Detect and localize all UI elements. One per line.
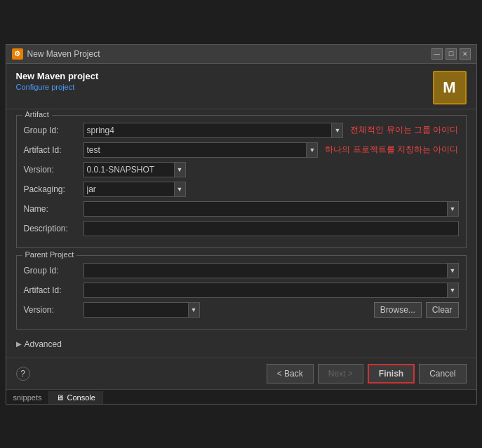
help-button[interactable]: ? (16, 367, 30, 381)
version-label: Version: (24, 165, 83, 175)
clear-button[interactable]: Clear (426, 302, 459, 318)
page-title: New Maven project (16, 71, 99, 81)
back-button[interactable]: < Back (267, 364, 314, 383)
artifact-version-input[interactable] (83, 162, 175, 177)
artifactid-annotation: 하나의 프로젝트를 지칭하는 아이디 (325, 144, 458, 156)
artifact-description-input[interactable] (83, 221, 459, 236)
snippets-label: snippets (13, 393, 42, 402)
artifact-groupid-input[interactable] (83, 123, 333, 138)
parent-version-input[interactable] (83, 302, 189, 318)
finish-button[interactable]: Finish (368, 364, 415, 383)
minimize-button[interactable]: — (431, 48, 443, 60)
advanced-triangle: ▶ (16, 340, 22, 348)
parent-project-section: Parent Project Group Id: ▼ Artifact Id: … (16, 255, 467, 330)
snippets-tab[interactable]: snippets (6, 391, 50, 404)
parent-groupid-label: Group Id: (24, 266, 83, 276)
artifact-name-input[interactable] (83, 201, 448, 217)
close-button[interactable]: ✕ (460, 48, 471, 60)
advanced-label: Advanced (25, 339, 62, 349)
dialog-icon: ⚙ (12, 48, 23, 60)
artifact-packaging-input[interactable] (83, 182, 175, 197)
parent-groupid-input[interactable] (83, 263, 448, 278)
browse-button[interactable]: Browse... (374, 302, 422, 318)
maximize-button[interactable]: ☐ (446, 48, 457, 60)
description-label: Description: (24, 224, 83, 233)
cancel-button[interactable]: Cancel (419, 364, 466, 383)
artifact-packaging-dropdown[interactable]: ▼ (175, 182, 186, 197)
page-subtitle: Configure project (16, 83, 99, 91)
packaging-label: Packaging: (24, 184, 83, 194)
artifact-groupid-dropdown[interactable]: ▼ (332, 123, 343, 138)
artifact-artifactid-input[interactable] (83, 142, 307, 158)
console-label: Console (67, 393, 95, 402)
next-button[interactable]: Next > (318, 364, 363, 383)
artifactid-label: Artifact Id: (24, 145, 83, 155)
name-label: Name: (24, 204, 83, 214)
console-tab[interactable]: 🖥 Console (49, 391, 102, 404)
parent-version-label: Version: (24, 305, 83, 315)
parent-artifactid-input[interactable] (83, 283, 448, 298)
parent-artifactid-dropdown[interactable]: ▼ (448, 283, 459, 298)
artifact-version-dropdown[interactable]: ▼ (175, 162, 186, 177)
maven-icon: M (433, 71, 467, 104)
artifact-legend: Artifact (22, 110, 52, 118)
parent-version-dropdown[interactable]: ▼ (189, 302, 200, 318)
groupid-label: Group Id: (24, 125, 83, 135)
artifact-section: Artifact Group Id: ▼ 전체적인 뮤이는 그룹 아이디 Art… (16, 115, 467, 248)
artifact-artifactid-dropdown[interactable]: ▼ (307, 142, 318, 158)
parent-legend: Parent Project (22, 250, 77, 259)
dialog-title: New Maven Project (27, 49, 100, 59)
groupid-annotation: 전체적인 뮤이는 그룹 아이디 (350, 124, 458, 136)
console-icon: 🖥 (56, 393, 64, 402)
parent-artifactid-label: Artifact Id: (24, 285, 83, 295)
artifact-name-dropdown[interactable]: ▼ (448, 201, 459, 217)
advanced-section[interactable]: ▶ Advanced (16, 337, 467, 352)
parent-groupid-dropdown[interactable]: ▼ (448, 263, 459, 278)
